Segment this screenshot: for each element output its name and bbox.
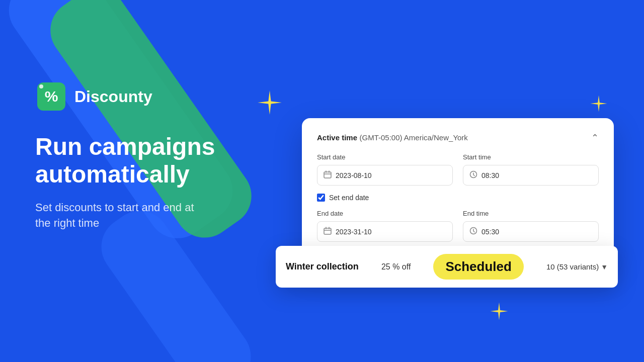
calendar-icon-start (324, 170, 332, 180)
end-row: End date 2023-31-10 End time 05:30 (317, 210, 599, 242)
start-time-input[interactable]: 08:30 (463, 165, 599, 186)
set-end-date-checkbox[interactable] (317, 194, 325, 202)
svg-point-2 (39, 84, 43, 88)
svg-text:%: % (45, 88, 58, 105)
status-badge: Scheduled (433, 254, 523, 280)
card-title-area: Active time (GMT-05:00) America/New_York (317, 133, 468, 142)
campaign-variants-dropdown[interactable]: 10 (53 variants) ▼ (546, 262, 608, 271)
logo-area: % Discounty (35, 80, 277, 113)
campaign-discount: 25 % off (381, 262, 411, 272)
end-date-label: End date (317, 210, 453, 217)
start-time-value: 08:30 (481, 171, 499, 179)
left-section: % Discounty Run campaigns automatically … (35, 80, 277, 231)
svg-rect-5 (324, 228, 331, 234)
campaign-bar: Winter collection 25 % off Scheduled 10 … (276, 246, 618, 288)
variants-count: 10 (53 variants) (546, 262, 599, 271)
headline: Run campaigns automatically (35, 133, 277, 188)
card-header: Active time (GMT-05:00) America/New_York… (317, 132, 599, 143)
end-date-group: End date 2023-31-10 (317, 210, 453, 242)
start-date-input[interactable]: 2023-08-10 (317, 165, 453, 186)
start-time-group: Start time 08:30 (463, 153, 599, 186)
active-time-label: Active time (317, 133, 357, 142)
start-time-label: Start time (463, 153, 599, 161)
active-time-card: Active time (GMT-05:00) America/New_York… (302, 118, 614, 264)
start-date-label: Start date (317, 153, 453, 161)
end-time-group: End time 05:30 (463, 210, 599, 242)
sparkle-icon-2 (590, 95, 608, 113)
logo-text: Discounty (74, 87, 152, 106)
end-date-input[interactable]: 2023-31-10 (317, 221, 453, 242)
campaign-name: Winter collection (286, 261, 359, 272)
dropdown-arrow-icon: ▼ (601, 263, 608, 271)
start-date-value: 2023-08-10 (336, 171, 372, 179)
clock-icon-start (469, 170, 477, 180)
subheadline: Set discounts to start and end at the ri… (35, 200, 277, 231)
calendar-icon-end (324, 227, 332, 236)
sparkle-icon-3 (490, 302, 509, 321)
end-time-input[interactable]: 05:30 (463, 221, 599, 242)
timezone-label: (GMT-05:00) America/New_York (360, 133, 468, 142)
set-end-date-label: Set end date (329, 194, 369, 202)
clock-icon-end (469, 227, 477, 236)
end-date-value: 2023-31-10 (336, 228, 372, 236)
collapse-icon[interactable]: ⌃ (591, 132, 599, 143)
set-end-date-row: Set end date (317, 194, 599, 202)
end-time-value: 05:30 (481, 228, 499, 236)
start-date-group: Start date 2023-08-10 (317, 153, 453, 186)
start-row: Start date 2023-08-10 Start time 08:30 (317, 153, 599, 186)
logo-icon: % (35, 80, 67, 113)
end-time-label: End time (463, 210, 599, 217)
svg-rect-3 (324, 172, 331, 178)
